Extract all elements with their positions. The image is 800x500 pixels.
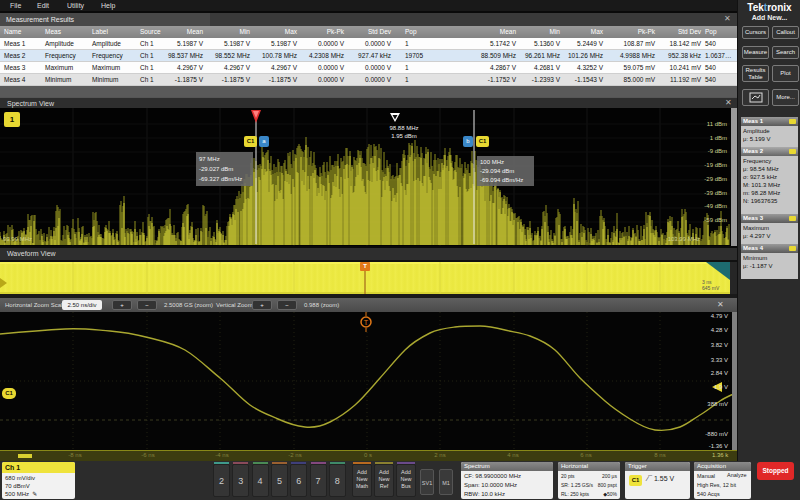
svg-text:-880 mV: -880 mV [705, 431, 728, 437]
svg-text:11 dBm: 11 dBm [707, 121, 727, 127]
svg-text:-49 dBm: -49 dBm [704, 203, 727, 209]
svg-text:93.99 MHz: 93.99 MHz [3, 236, 32, 242]
svg-text:-39 dBm: -39 dBm [704, 190, 727, 196]
svg-text:103.99 MHz: 103.99 MHz [668, 236, 700, 242]
svg-text:-9 dBm: -9 dBm [708, 148, 727, 154]
svg-text:-59 dBm: -59 dBm [704, 217, 727, 223]
svg-text:-29 dBm: -29 dBm [704, 176, 727, 182]
svg-text:388 mV: 388 mV [707, 401, 728, 407]
svg-text:-1.36 V: -1.36 V [709, 443, 728, 449]
svg-text:T: T [364, 319, 369, 326]
svg-text:1.95 dBm: 1.95 dBm [391, 133, 417, 139]
svg-text:98.88 MHz: 98.88 MHz [389, 125, 418, 131]
svg-text:1.9 V: 1.9 V [714, 384, 728, 390]
svg-text:1 dBm: 1 dBm [710, 135, 727, 141]
svg-text:3.82 V: 3.82 V [711, 342, 728, 348]
svg-text:3.33 V: 3.33 V [711, 357, 728, 363]
svg-text:-19 dBm: -19 dBm [704, 162, 727, 168]
svg-text:4.79 V: 4.79 V [711, 313, 728, 319]
svg-text:4.28 V: 4.28 V [711, 327, 728, 333]
svg-text:2.84 V: 2.84 V [711, 370, 728, 376]
